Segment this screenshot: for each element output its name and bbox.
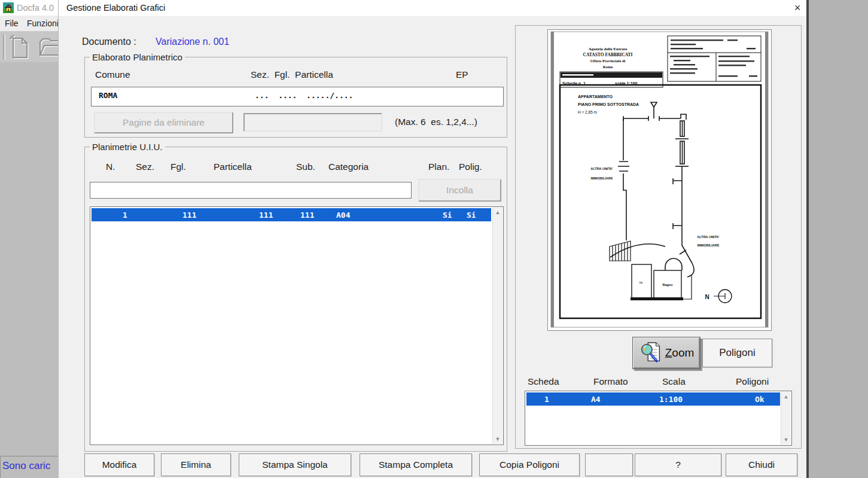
- header-formato: Formato: [593, 376, 628, 387]
- cell-polig: Si: [467, 211, 476, 220]
- group-planimetrie-legend: Planimetrie U.I.U.: [90, 142, 165, 152]
- elaborato-listbox[interactable]: ROMA ... .... ...../....: [91, 87, 504, 106]
- help-button[interactable]: ?: [635, 453, 721, 476]
- declaration-box: [668, 36, 761, 81]
- cell-poligoni-ok: Ok: [755, 395, 765, 404]
- close-icon[interactable]: ×: [784, 0, 811, 16]
- header-poligoni: Poligoni: [736, 376, 769, 387]
- header-scala: Scala: [662, 376, 686, 387]
- group-elaborato-planimetrico: Elaborato Planimetrico Comune Sez. Fgl. …: [84, 57, 507, 138]
- incolla-button[interactable]: Incolla: [418, 179, 501, 202]
- apt-label-3: H = 2,85 m: [578, 110, 597, 114]
- elaborato-row-comune[interactable]: ROMA: [99, 91, 117, 100]
- status-text: Sono caric: [2, 460, 50, 472]
- header-comune: Comune: [95, 69, 130, 80]
- new-document-icon[interactable]: [8, 34, 32, 61]
- app-background-right: [809, 0, 868, 478]
- agency-line3: Ufficio Provinciale di: [590, 59, 626, 63]
- header-fgl: Fgl.: [170, 162, 186, 172]
- app-toolbar: [0, 31, 58, 62]
- cell-scala: 1:100: [659, 395, 683, 404]
- modifica-button[interactable]: Modifica: [84, 453, 154, 476]
- zoom-button[interactable]: Zoom: [632, 337, 701, 369]
- scroll-down-icon[interactable]: ▼: [781, 437, 791, 443]
- docfa-house-icon: [3, 2, 14, 13]
- header-polig: Polig.: [459, 162, 482, 172]
- header-categoria: Categoria: [328, 162, 368, 172]
- planimetrie-input[interactable]: [90, 182, 412, 199]
- pagine-da-eliminare-button[interactable]: Pagine da eliminare: [94, 112, 233, 133]
- menu-file[interactable]: File: [5, 19, 19, 28]
- cell-fgl: 111: [182, 211, 196, 220]
- toolbar-groove: [3, 35, 5, 60]
- floorplan-drawing: Agenzia delle Entrate CATASTO FABBRICATI…: [548, 30, 771, 330]
- apt-label-1: APPARTAMENTO: [578, 95, 613, 99]
- app-background: [0, 62, 58, 456]
- header-plan: Plan.: [428, 162, 449, 172]
- app-titlebar: Docfa 4.0: [0, 0, 58, 16]
- planimetrie-selected-row[interactable]: 1 111 111 111 A04 Si Si: [92, 208, 491, 221]
- scroll-down-icon[interactable]: ▼: [493, 436, 502, 442]
- floorplan-preview: Agenzia delle Entrate CATASTO FABBRICATI…: [547, 29, 772, 331]
- header-sub: Sub.: [296, 162, 315, 172]
- blank-button[interactable]: [585, 453, 633, 476]
- open-folder-icon[interactable]: [38, 37, 58, 60]
- app-title: Docfa 4.0: [17, 3, 54, 13]
- cell-sub: 111: [300, 211, 314, 220]
- page-shadow-left: [551, 32, 554, 327]
- dialog-gestione-elaborati: Gestione Elaborati Grafici × Documento :…: [58, 0, 806, 478]
- header-sez: Sez.: [136, 162, 154, 172]
- elaborato-row-codes[interactable]: ... .... ...../....: [255, 91, 353, 100]
- magnifier-document-icon: [639, 340, 664, 366]
- header-scheda: Scheda: [528, 376, 559, 387]
- cell-formato: A4: [591, 395, 601, 404]
- planimetrie-scrollbar[interactable]: ▲ ▼: [492, 208, 502, 444]
- pagine-input[interactable]: [243, 113, 382, 132]
- elimina-button[interactable]: Elimina: [161, 453, 231, 476]
- dialog-title: Gestione Elaborati Grafici: [66, 3, 165, 13]
- other-unit-left-1: ALTRA UNITA': [590, 167, 613, 171]
- group-planimetrie-uiu: Planimetrie U.I.U. N. Sez. Fgl. Particel…: [84, 147, 507, 452]
- schede-scrollbar[interactable]: ▲ ▼: [781, 392, 791, 444]
- other-unit-right-2: IMMOBILIARE: [698, 243, 720, 247]
- room-rip-label: rip.: [639, 281, 644, 284]
- agency-line2: CATASTO FABBRICATI: [583, 52, 633, 57]
- stampa-completa-button[interactable]: Stampa Completa: [360, 453, 472, 476]
- apt-label-2: PIANO PRIMO SOTTOSTRADA: [578, 102, 639, 106]
- chiudi-button[interactable]: Chiudi: [726, 453, 797, 476]
- room-bagno-label: Bagno: [662, 283, 673, 287]
- header-ep: EP: [456, 69, 468, 80]
- zoom-label-rest: oom: [672, 346, 694, 359]
- stampa-singola-button[interactable]: Stampa Singola: [239, 453, 351, 476]
- cell-n: 1: [123, 211, 127, 220]
- zoom-label-accel: Z: [665, 346, 672, 359]
- app-menubar: File Funzioni: [0, 16, 58, 31]
- agency-line4: Roma: [603, 65, 613, 69]
- scroll-up-icon[interactable]: ▲: [493, 209, 502, 215]
- menu-funzioni[interactable]: Funzioni: [27, 19, 58, 28]
- group-elaborato-legend: Elaborato Planimetrico: [90, 52, 185, 62]
- app-statusbar: Sono caric: [0, 456, 59, 478]
- schede-listbox[interactable]: 1 A4 1:100 Ok ▲ ▼: [525, 391, 792, 446]
- copia-poligoni-button[interactable]: Copia Poligoni: [479, 453, 580, 476]
- thick-wall: [631, 297, 683, 300]
- cell-scheda: 1: [544, 395, 549, 404]
- header-sez-fgl-particella: Sez. Fgl. Particella: [251, 69, 333, 80]
- screen: Docfa 4.0 File Funzioni: [0, 0, 868, 478]
- poligoni-button[interactable]: Poligoni: [702, 339, 772, 367]
- cell-particella: 111: [259, 211, 273, 220]
- group-preview-panel: Agenzia delle Entrate CATASTO FABBRICATI…: [515, 25, 802, 449]
- header-n: N.: [106, 162, 115, 172]
- planimetrie-listbox[interactable]: 1 111 111 111 A04 Si Si ▲ ▼: [90, 206, 504, 445]
- documento-label: Documento :: [82, 36, 136, 47]
- scroll-up-icon[interactable]: ▲: [781, 394, 791, 400]
- dialog-titlebar[interactable]: Gestione Elaborati Grafici ×: [59, 0, 806, 16]
- max-pages-note: (Max. 6 es. 1,2,4...): [395, 117, 477, 127]
- agency-line1: Agenzia delle Entrate: [589, 47, 628, 51]
- documento-value: Variazione n. 001: [156, 36, 229, 47]
- page-shadow-right: [765, 32, 768, 327]
- header-particella: Particella: [214, 162, 252, 172]
- schede-selected-row[interactable]: 1 A4 1:100 Ok: [526, 392, 780, 406]
- other-unit-left-2: IMMOBILIARE: [591, 176, 613, 180]
- cell-categoria: A04: [336, 211, 350, 220]
